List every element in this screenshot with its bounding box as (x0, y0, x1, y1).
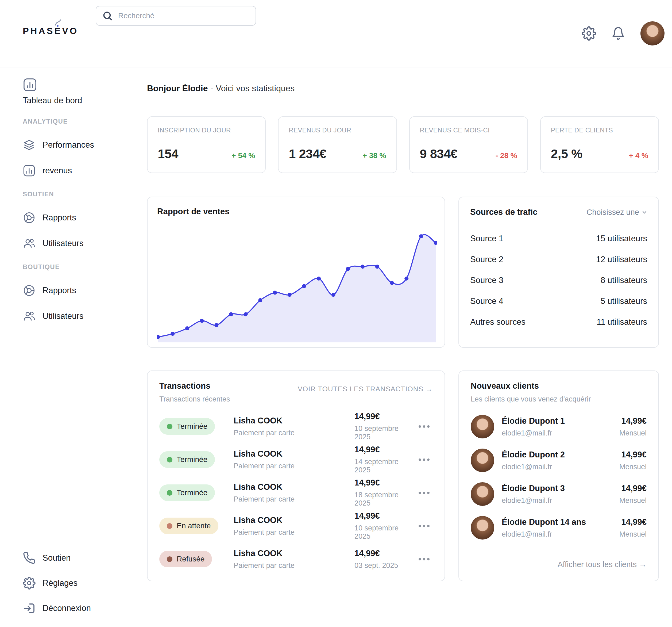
transaction-method: Paiement par carte (234, 561, 355, 570)
status-label: En attente (177, 521, 211, 530)
bar-chart-icon (23, 77, 37, 92)
stat-card-revenus-mois: REVENUS CE MOIS-CI 9 834€ - 28 % (409, 116, 528, 173)
bell-icon[interactable] (611, 26, 625, 41)
stat-label: REVENUS CE MOIS-CI (420, 126, 517, 134)
status-badge: En attente (159, 517, 218, 534)
traffic-source-row: Source 2 12 utilisateurs (470, 249, 647, 270)
transaction-method: Paiement par carte (234, 429, 355, 437)
client-name: Élodie Dupont 1 (502, 416, 612, 426)
search-input[interactable] (118, 11, 250, 20)
sidebar-item-reglages[interactable]: Réglages (23, 577, 77, 589)
transaction-date: 10 septembre 2025 (355, 524, 415, 541)
more-options-icon[interactable] (415, 422, 433, 431)
traffic-sources-card: Sources de trafic Choisissez une Source … (458, 196, 659, 348)
phone-icon (23, 552, 35, 564)
more-options-icon[interactable] (415, 455, 433, 464)
source-name: Source 1 (470, 234, 503, 243)
transactions-subtitle: Transactions récentes (159, 395, 230, 403)
sidebar-section-boutique: BOUTIQUE (23, 263, 60, 271)
client-email: elodie1@mail.fr (502, 530, 612, 538)
client-period: Mensuel (619, 463, 647, 471)
transaction-name: Lisha COOK (234, 449, 355, 459)
sidebar-item-performances[interactable]: Performances (23, 139, 94, 152)
client-amount: 14,99€ (619, 416, 647, 426)
logout-icon (23, 602, 35, 615)
transaction-row: En attente Lisha COOK Paiement par carte… (159, 509, 433, 542)
status-dot-icon (167, 556, 172, 562)
source-name: Source 3 (470, 276, 503, 285)
client-amount: 14,99€ (619, 484, 647, 493)
transaction-method: Paiement par carte (234, 495, 355, 504)
stats-row: INSCRIPTION DU JOUR 154 + 54 % REVENUS D… (147, 116, 659, 173)
gear-icon[interactable] (582, 26, 596, 41)
status-dot-icon (167, 523, 172, 529)
users-icon (23, 310, 35, 323)
sidebar-item-label: Soutien (43, 553, 71, 563)
client-row: Élodie Dupont 1 elodie1@mail.fr 14,99€ M… (471, 410, 647, 443)
status-label: Terminée (177, 488, 208, 497)
stat-value: 9 834€ (420, 146, 458, 161)
traffic-source-row: Source 4 5 utilisateurs (470, 291, 647, 311)
sidebar-item-label: Réglages (43, 578, 77, 588)
chevron-down-icon (642, 209, 647, 215)
sidebar-item-rapports-boutique[interactable]: Rapports (23, 284, 76, 297)
source-users: 15 utilisateurs (596, 234, 647, 243)
brand-logo-text: PHASEVO (23, 26, 78, 36)
transaction-name: Lisha COOK (234, 515, 355, 525)
transaction-amount: 14,99€ (355, 445, 415, 455)
source-users: 12 utilisateurs (596, 255, 647, 264)
traffic-sources-title: Sources de trafic (470, 207, 537, 217)
sidebar-item-utilisateurs-soutien[interactable]: Utilisateurs (23, 237, 83, 250)
greeting-subtitle: - Voici vos statistiques (211, 84, 295, 93)
source-users: 5 utilisateurs (601, 296, 647, 306)
more-options-icon[interactable] (415, 555, 433, 564)
more-options-icon[interactable] (415, 488, 433, 497)
transaction-method: Paiement par carte (234, 462, 355, 470)
transactions-title: Transactions (159, 381, 230, 391)
layers-icon (23, 139, 35, 152)
show-all-clients-link[interactable]: Afficher tous les clients → (471, 560, 647, 571)
user-avatar[interactable] (641, 21, 665, 45)
client-name: Élodie Dupont 14 ans (502, 517, 612, 527)
view-all-transactions-link[interactable]: VOIR TOUTES LES TRANSACTIONS → (298, 385, 433, 393)
sidebar-item-revenus[interactable]: revenus (23, 164, 72, 177)
sidebar-item-utilisateurs-boutique[interactable]: Utilisateurs (23, 310, 83, 323)
topbar: PHASEVO (0, 0, 672, 67)
more-options-icon[interactable] (415, 521, 433, 530)
transaction-row: Refusée Lisha COOK Paiement par carte 14… (159, 542, 433, 576)
sales-report-title: Rapport de ventes (157, 207, 435, 216)
transaction-date: 10 septembre 2025 (355, 424, 415, 441)
new-clients-title: Nouveaux clients (471, 381, 647, 391)
sidebar-item-soutien[interactable]: Soutien (23, 552, 71, 564)
sidebar-item-rapports-soutien[interactable]: Rapports (23, 211, 76, 224)
traffic-period-dropdown[interactable]: Choisissez une (586, 208, 647, 217)
sidebar-section-soutien: SOUTIEN (23, 190, 54, 198)
transaction-name: Lisha COOK (234, 482, 355, 492)
status-dot-icon (167, 490, 172, 496)
client-period: Mensuel (619, 496, 647, 505)
client-row: Élodie Dupont 2 elodie1@mail.fr 14,99€ M… (471, 443, 647, 477)
client-period: Mensuel (619, 429, 647, 437)
sidebar-item-label: Rapports (43, 286, 76, 295)
stat-label: REVENUS DU JOUR (289, 126, 386, 134)
stat-value: 1 234€ (289, 146, 327, 161)
status-badge: Terminée (159, 484, 215, 501)
stat-value: 2,5 % (551, 146, 582, 161)
transaction-amount: 14,99€ (355, 412, 415, 421)
page-greeting: Bonjour Élodie- Voici vos statistiques (147, 84, 294, 93)
sidebar-item-dashboard[interactable]: Tableau de bord (23, 77, 82, 106)
client-row: Élodie Dupont 14 ans elodie1@mail.fr 14,… (471, 511, 647, 544)
gear-icon (23, 577, 35, 589)
transaction-date: 03 sept. 2025 (355, 561, 415, 570)
stat-delta: + 38 % (363, 152, 386, 160)
stat-label: INSCRIPTION DU JOUR (158, 126, 255, 134)
client-avatar (471, 482, 494, 506)
client-row: Élodie Dupont 3 elodie1@mail.fr 14,99€ M… (471, 477, 647, 511)
sidebar-item-deconnexion[interactable]: Déconnexion (23, 602, 91, 615)
transaction-amount: 14,99€ (355, 511, 415, 521)
stat-card-inscriptions: INSCRIPTION DU JOUR 154 + 54 % (147, 116, 266, 173)
source-name: Autres sources (470, 317, 526, 327)
client-email: elodie1@mail.fr (502, 463, 612, 471)
client-name: Élodie Dupont 3 (502, 484, 612, 493)
client-avatar (471, 516, 494, 539)
